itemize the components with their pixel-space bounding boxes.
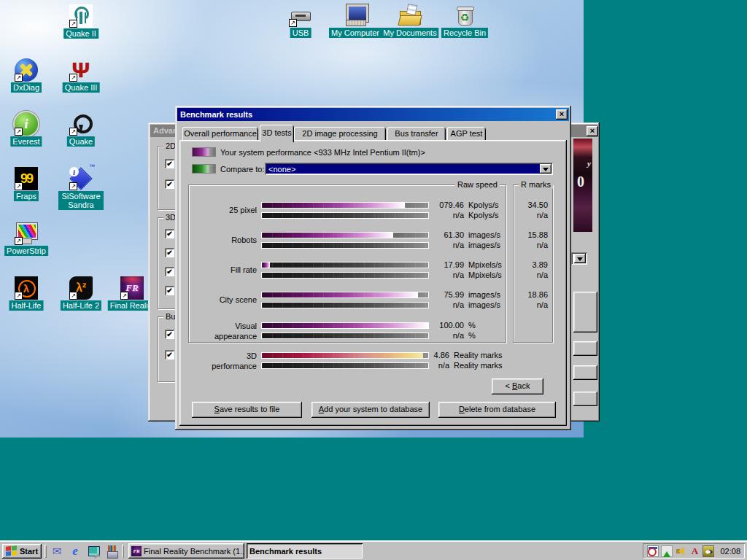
- add-to-database-button[interactable]: Add your system to database: [311, 402, 430, 418]
- tab-page: Your system performance <933 MHz Intel P…: [179, 140, 567, 426]
- r-marks-value: 34.50: [516, 201, 548, 209]
- desktop-icon-usb[interactable]: ↗USB: [289, 4, 312, 27]
- outlook-express-icon[interactable]: ✉: [50, 544, 64, 559]
- desktop-icon-label: USB: [290, 28, 311, 38]
- my-documents-icon: [398, 4, 422, 27]
- result-value: n/a: [398, 300, 464, 309]
- result-value: n/a: [384, 361, 449, 370]
- checkbox[interactable]: ✔: [165, 159, 174, 168]
- shortcut-arrow-icon: ↗: [69, 292, 77, 300]
- tab-agp-test[interactable]: AGP test: [447, 127, 486, 140]
- checkbox[interactable]: ✔: [165, 286, 174, 295]
- taskbar: Start ✉e FRFinal Reality Benchmark (1...…: [0, 541, 747, 560]
- background-button-fragment[interactable]: [573, 392, 597, 406]
- desktop-icon-quake3[interactable]: Ψ↗Quake III: [69, 58, 93, 82]
- taskbar-task-final-reality-benchmark[interactable]: FRFinal Reality Benchmark (1...: [128, 543, 244, 559]
- start-label: Start: [20, 547, 38, 556]
- r-marks-group-label: R marks: [519, 180, 553, 189]
- result-unit: %: [468, 331, 476, 340]
- desktop-icon-label: Quake: [67, 136, 95, 147]
- dialog-close-button[interactable]: ×: [556, 109, 568, 120]
- result-value: n/a: [398, 331, 464, 340]
- shortcut-arrow-icon: ↗: [69, 20, 77, 28]
- checkbox[interactable]: ✔: [165, 330, 174, 339]
- save-results-button[interactable]: Save results to file: [192, 402, 302, 418]
- result-value: 17.99: [398, 260, 464, 269]
- background-combobox-arrow[interactable]: [574, 254, 586, 263]
- result-unit: %: [468, 321, 476, 330]
- row-label: Fill rate: [179, 265, 257, 275]
- result-unit: images/s: [468, 300, 500, 309]
- windows-logo-icon: [6, 545, 17, 556]
- r-marks-value: n/a: [516, 241, 548, 249]
- desktop-icon-label: My Computer: [329, 28, 382, 38]
- desktop-icon-everest[interactable]: i↗Everest: [15, 112, 38, 136]
- background-button-fragment[interactable]: [573, 341, 597, 356]
- advanced-close-button[interactable]: ×: [587, 126, 598, 136]
- checkbox[interactable]: ✔: [165, 350, 174, 359]
- desktop-icon-dxdiag[interactable]: ↗DxDiag: [15, 58, 38, 82]
- checkbox[interactable]: ✔: [165, 229, 174, 238]
- checkbox[interactable]: ✔: [165, 248, 174, 257]
- r-marks-value: n/a: [516, 271, 548, 279]
- desktop-icon-recycle-bin[interactable]: ♻Recycle Bin: [453, 4, 476, 27]
- desktop-icon-powerstrip[interactable]: ↗PowerStrip: [15, 222, 38, 245]
- result-value: 4.86: [384, 351, 449, 359]
- desktop-icon-final-reality[interactable]: FR↗Final Reality: [120, 276, 144, 300]
- desktop-icon-quake[interactable]: ↗Quake: [69, 112, 93, 136]
- background-combobox-fragment[interactable]: [571, 252, 587, 265]
- result-value: 61.30: [398, 230, 464, 239]
- tab-overall-performance[interactable]: Overall performance: [182, 127, 258, 140]
- quick-launch-bar: ✉e: [50, 544, 119, 559]
- result-unit: Reality marks: [454, 361, 503, 370]
- show-desktop-icon[interactable]: [86, 544, 101, 559]
- desktop-icon-sisoftware-sandra[interactable]: i™↗SiSoftware Sandra: [69, 167, 93, 190]
- nvidia-tray-icon[interactable]: [703, 545, 714, 557]
- taskbar-task-benchmark-results[interactable]: Benchmark results: [247, 543, 363, 559]
- background-button-fragment[interactable]: [573, 292, 597, 332]
- checkbox[interactable]: ✔: [165, 267, 174, 276]
- background-button-fragment[interactable]: [573, 365, 597, 380]
- desktop-icon-my-documents[interactable]: My Documents: [398, 4, 422, 27]
- back-button[interactable]: < Back: [492, 378, 543, 394]
- final-reality-artwork: y 0: [573, 139, 592, 232]
- checkbox[interactable]: ✔: [165, 179, 174, 189]
- shortcut-arrow-icon: ↗: [15, 128, 23, 136]
- combobox-dropdown-button[interactable]: [540, 164, 551, 174]
- desktop-icon-my-computer[interactable]: My Computer: [344, 4, 367, 27]
- desktop-icon-fraps[interactable]: 99↗Fraps: [15, 167, 38, 190]
- view-channels-icon[interactable]: [104, 544, 119, 559]
- tab-2d-image-processing-tests[interactable]: 2D image processing tests: [294, 127, 386, 140]
- updater-tray-icon[interactable]: [661, 545, 673, 557]
- artwork-text-fragment: y: [587, 159, 591, 168]
- compare-combobox-value: <none>: [268, 165, 295, 174]
- everest-icon: i↗: [15, 112, 38, 136]
- r-marks-value: 18.86: [516, 290, 548, 299]
- volume-tray-icon[interactable]: [675, 545, 686, 557]
- recycle-bin-icon: ♻: [453, 4, 476, 27]
- desktop-icon-label: Quake III: [63, 82, 100, 93]
- dxdiag-icon: ↗: [15, 58, 38, 82]
- toolbar-grip[interactable]: [44, 545, 47, 558]
- internet-explorer-icon[interactable]: e: [68, 544, 82, 559]
- final-reality-icon: FR↗: [120, 276, 144, 300]
- ati-tray-icon[interactable]: A: [689, 545, 700, 557]
- tab-bus-transfer-rate[interactable]: Bus transfer rate: [387, 127, 446, 140]
- desktop-icon-half-life[interactable]: λ↗Half-Life: [15, 276, 38, 300]
- quake3-icon: Ψ↗: [69, 58, 93, 82]
- delete-from-database-button[interactable]: Delete from database: [438, 402, 556, 418]
- desktop-icon-half-life-2[interactable]: λ²↗Half-Life 2: [69, 276, 93, 300]
- quake-icon: ↗: [69, 112, 93, 136]
- task-label: Final Reality Benchmark (1...: [144, 547, 244, 556]
- compare-combobox[interactable]: <none>: [265, 163, 553, 175]
- fraps-icon: 99↗: [15, 167, 38, 190]
- toolbar-grip[interactable]: [122, 545, 124, 558]
- result-unit: Mpixels/s: [468, 260, 502, 269]
- desktop-icon-label: Quake II: [63, 28, 98, 39]
- start-button[interactable]: Start: [2, 544, 42, 559]
- compare-legend-swatch: [192, 164, 216, 174]
- desktop-icon-quake2[interactable]: ↗Quake II: [69, 4, 93, 28]
- task-scheduler-tray-icon[interactable]: [647, 545, 659, 557]
- tab-3d-tests[interactable]: 3D tests: [260, 125, 294, 142]
- result-value: n/a: [398, 211, 464, 219]
